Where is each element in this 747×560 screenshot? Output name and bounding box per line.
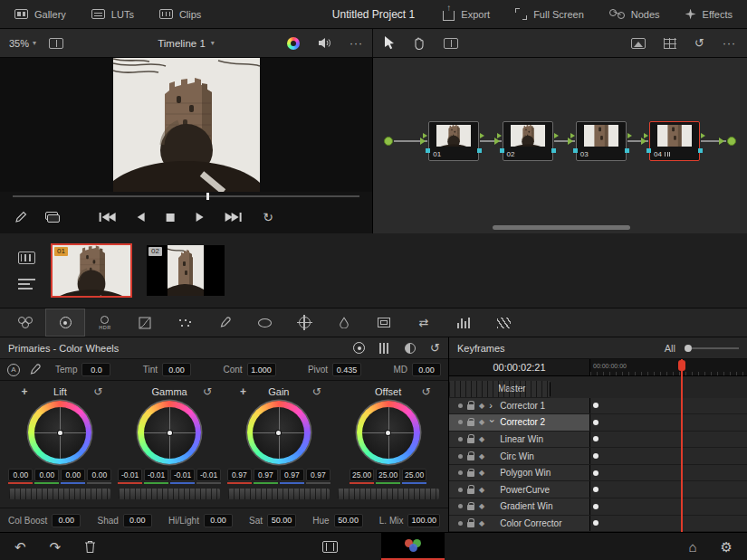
bars-mode-icon[interactable] bbox=[379, 343, 390, 354]
enable-dot[interactable] bbox=[458, 420, 463, 424]
rgb-input-icon[interactable] bbox=[423, 133, 427, 138]
viewer-scrubber[interactable] bbox=[13, 192, 359, 201]
palette-window[interactable] bbox=[244, 308, 284, 337]
node-02[interactable]: 02 bbox=[503, 121, 553, 161]
palette-qualifier[interactable] bbox=[205, 308, 244, 337]
pivot-value[interactable]: 0.435 bbox=[332, 363, 361, 376]
lum-mix-value[interactable]: 100.00 bbox=[407, 514, 440, 527]
keyframe-track[interactable] bbox=[589, 516, 747, 532]
node-03[interactable]: 03 bbox=[576, 121, 627, 161]
palette-tracker[interactable] bbox=[284, 308, 324, 337]
key-input-icon[interactable] bbox=[646, 148, 651, 153]
node-01[interactable]: 01 bbox=[428, 121, 479, 161]
fullscreen-button[interactable]: Full Screen bbox=[515, 8, 584, 20]
zoom-select[interactable]: 35% ▾ bbox=[9, 38, 36, 49]
gamma-value-y[interactable]: -0.01 bbox=[196, 469, 221, 481]
gain-value-r[interactable]: 0.97 bbox=[227, 469, 252, 481]
cursor-tool-icon[interactable] bbox=[384, 36, 395, 50]
palette-warper[interactable] bbox=[165, 308, 205, 337]
node-graph[interactable]: 01 02 03 bbox=[373, 58, 747, 233]
keyframe-diamond-icon[interactable]: ◆ bbox=[479, 502, 484, 510]
reset-icon[interactable]: ↺ bbox=[203, 385, 212, 398]
gamma-master-wheel[interactable] bbox=[119, 489, 220, 499]
log-mode-icon[interactable] bbox=[405, 343, 416, 354]
offset-value-b[interactable]: 25.00 bbox=[402, 469, 426, 481]
key-input-icon[interactable] bbox=[500, 148, 504, 153]
scrubber-playhead[interactable] bbox=[206, 193, 209, 200]
enable-dot[interactable] bbox=[458, 470, 463, 475]
wheel-indicator[interactable] bbox=[168, 431, 172, 435]
enable-dot[interactable] bbox=[458, 437, 463, 441]
sat-value[interactable]: 50.00 bbox=[267, 514, 296, 527]
auto-balance-icon[interactable]: A bbox=[7, 364, 20, 376]
timeline-select[interactable]: Timeline 1 ▾ bbox=[158, 38, 215, 49]
keyframes-zoom-slider[interactable] bbox=[685, 345, 739, 352]
history-icon[interactable]: ↺ bbox=[694, 36, 704, 50]
gain-color-wheel[interactable] bbox=[247, 401, 311, 464]
keyframe-track[interactable] bbox=[589, 481, 747, 498]
enable-dot[interactable] bbox=[458, 488, 463, 492]
lift-color-wheel[interactable] bbox=[28, 401, 91, 464]
palette-primaries[interactable] bbox=[45, 308, 85, 337]
keyframe-diamond-icon[interactable]: ◆ bbox=[479, 402, 484, 410]
lock-icon[interactable] bbox=[467, 438, 474, 443]
skip-end-button[interactable] bbox=[225, 213, 241, 222]
color-page-button[interactable] bbox=[381, 533, 445, 560]
luts-button[interactable]: LUTs bbox=[91, 9, 134, 20]
wheel-indicator[interactable] bbox=[276, 431, 281, 435]
palette-curves[interactable] bbox=[125, 308, 165, 337]
palette-key[interactable]: ⇄ bbox=[404, 308, 444, 337]
skip-start-button[interactable] bbox=[99, 213, 115, 222]
key-output-icon[interactable] bbox=[551, 148, 556, 153]
temp-value[interactable]: 0.0 bbox=[81, 363, 110, 376]
enable-dot[interactable] bbox=[458, 454, 463, 459]
palette-color-wheels[interactable] bbox=[5, 308, 45, 337]
node-output-dot[interactable] bbox=[727, 137, 736, 146]
stills-icon[interactable] bbox=[631, 38, 646, 49]
palette-motion[interactable] bbox=[484, 308, 523, 337]
keyframe-row-color-corrector[interactable]: ◆ › Color Corrector bbox=[449, 516, 747, 533]
wheels-mode-icon[interactable] bbox=[353, 342, 365, 354]
loop-button[interactable]: ↻ bbox=[263, 210, 273, 224]
rgb-input-icon[interactable] bbox=[644, 133, 648, 138]
gallery-button[interactable]: Gallery bbox=[14, 9, 66, 20]
more-options-icon[interactable]: ··· bbox=[350, 37, 363, 50]
play-button[interactable] bbox=[196, 213, 203, 222]
rgb-output-icon[interactable] bbox=[554, 133, 559, 138]
keyframes-playhead[interactable] bbox=[681, 359, 683, 532]
shad-value[interactable]: 0.00 bbox=[123, 514, 152, 527]
lut-grid-icon[interactable] bbox=[664, 38, 676, 49]
layers-icon[interactable] bbox=[45, 212, 60, 223]
rgb-input-icon[interactable] bbox=[570, 133, 575, 138]
palette-hdr[interactable]: HDR bbox=[85, 308, 125, 337]
transform-tool-icon[interactable] bbox=[444, 38, 458, 49]
md-value[interactable]: 0.00 bbox=[412, 363, 441, 376]
node-04-selected[interactable]: 04 bbox=[649, 121, 700, 161]
gain-value-y[interactable]: 0.97 bbox=[306, 469, 330, 481]
speaker-icon[interactable] bbox=[318, 37, 331, 49]
wheel-indicator[interactable] bbox=[58, 431, 62, 435]
lock-icon[interactable] bbox=[467, 421, 474, 426]
enable-dot[interactable] bbox=[458, 521, 463, 526]
hand-tool-icon[interactable] bbox=[413, 37, 426, 50]
keyframes-ruler[interactable]: 00:00:00:00 bbox=[589, 359, 747, 375]
gamma-value-g[interactable]: -0.01 bbox=[144, 469, 168, 481]
keyframe-row-gradient-win[interactable]: ◆ › Gradient Win bbox=[449, 498, 747, 516]
lift-value-b[interactable]: 0.00 bbox=[61, 469, 85, 481]
keyframe-track[interactable] bbox=[589, 448, 747, 464]
reset-all-icon[interactable]: ↺ bbox=[430, 341, 440, 355]
redo-button[interactable]: ↷ bbox=[50, 540, 62, 554]
enable-dot[interactable] bbox=[458, 403, 463, 408]
keyframe-row-corrector-2[interactable]: ◆ › Corrector 2 bbox=[449, 414, 747, 432]
lock-icon[interactable] bbox=[467, 489, 474, 494]
lock-icon[interactable] bbox=[467, 404, 474, 410]
offset-master-wheel[interactable] bbox=[338, 489, 439, 499]
gain-value-b[interactable]: 0.97 bbox=[280, 469, 304, 481]
lock-icon[interactable] bbox=[467, 505, 474, 510]
offset-value-r[interactable]: 25.00 bbox=[350, 469, 374, 481]
lock-icon[interactable] bbox=[467, 522, 474, 527]
keyframe-track[interactable] bbox=[589, 398, 747, 414]
lock-icon[interactable] bbox=[467, 455, 474, 460]
lift-value-g[interactable]: 0.00 bbox=[34, 469, 59, 481]
lift-master-wheel[interactable] bbox=[9, 489, 110, 499]
